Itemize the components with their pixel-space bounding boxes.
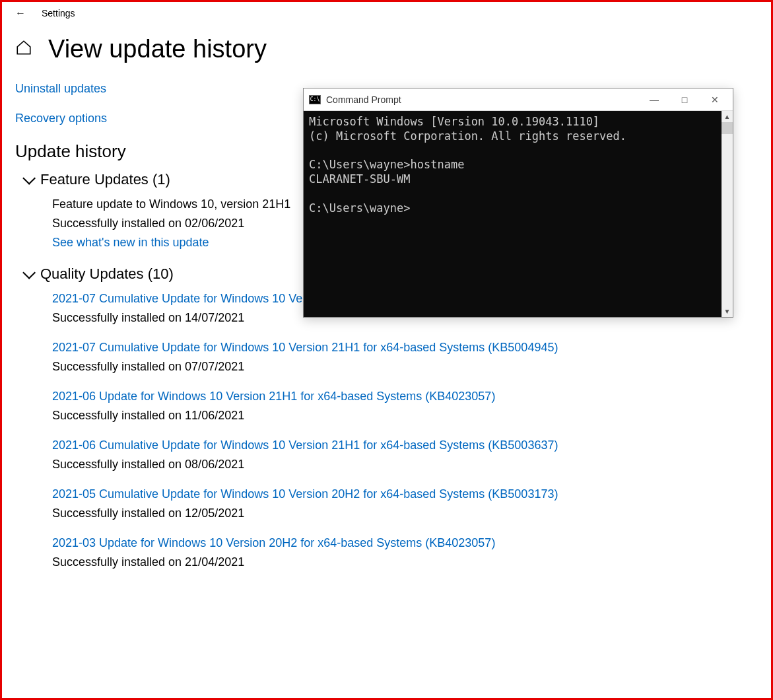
update-title-link[interactable]: 2021-03 Update for Windows 10 Version 20…	[52, 536, 758, 550]
page-header: View update history	[15, 35, 758, 63]
cmd-title: Command Prompt	[326, 94, 639, 105]
command-prompt-window[interactable]: C:\ Command Prompt ― □ ✕ Microsoft Windo…	[303, 88, 733, 318]
quality-updates-label: Quality Updates (10)	[40, 265, 174, 283]
update-title-link[interactable]: 2021-07 Cumulative Update for Windows 10…	[52, 341, 758, 355]
cmd-icon: C:\	[309, 95, 321, 104]
update-status: Successfully installed on 12/05/2021	[52, 507, 758, 520]
update-status: Successfully installed on 21/04/2021	[52, 555, 758, 569]
cmd-scrollbar[interactable]: ▲ ▼	[722, 111, 733, 317]
chevron-down-icon	[22, 172, 36, 185]
scroll-down-icon[interactable]: ▼	[722, 306, 733, 317]
app-title: Settings	[42, 8, 75, 18]
page-title: View update history	[48, 35, 267, 63]
update-item: 2021-03 Update for Windows 10 Version 20…	[52, 536, 758, 569]
update-status: Successfully installed on 07/07/2021	[52, 360, 758, 374]
close-button[interactable]: ✕	[700, 90, 730, 110]
update-item: 2021-06 Update for Windows 10 Version 21…	[52, 390, 758, 423]
update-title-link[interactable]: 2021-06 Cumulative Update for Windows 10…	[52, 438, 758, 452]
cmd-body-wrap: Microsoft Windows [Version 10.0.19043.11…	[304, 111, 733, 317]
chevron-down-icon	[22, 266, 36, 279]
feature-updates-label: Feature Updates (1)	[40, 171, 170, 188]
scroll-track[interactable]	[722, 122, 733, 306]
update-item: 2021-05 Cumulative Update for Windows 10…	[52, 487, 758, 520]
scroll-up-icon[interactable]: ▲	[722, 111, 733, 122]
minimize-button[interactable]: ―	[639, 90, 669, 110]
update-status: Successfully installed on 08/06/2021	[52, 458, 758, 472]
scroll-thumb[interactable]	[722, 122, 733, 134]
cmd-output[interactable]: Microsoft Windows [Version 10.0.19043.11…	[304, 111, 722, 317]
back-arrow-icon[interactable]: ←	[15, 7, 26, 19]
update-title-link[interactable]: 2021-06 Update for Windows 10 Version 21…	[52, 390, 758, 403]
home-icon[interactable]	[15, 39, 32, 60]
cmd-titlebar[interactable]: C:\ Command Prompt ― □ ✕	[304, 88, 733, 111]
update-item: 2021-06 Cumulative Update for Windows 10…	[52, 438, 758, 472]
top-bar: ← Settings	[15, 7, 758, 19]
maximize-button[interactable]: □	[669, 90, 700, 110]
update-item: 2021-07 Cumulative Update for Windows 10…	[52, 341, 758, 374]
update-title-link[interactable]: 2021-05 Cumulative Update for Windows 10…	[52, 487, 758, 501]
window-controls: ― □ ✕	[639, 90, 730, 110]
update-status: Successfully installed on 11/06/2021	[52, 409, 758, 423]
see-whats-new-link[interactable]: See what's new in this update	[52, 236, 209, 249]
